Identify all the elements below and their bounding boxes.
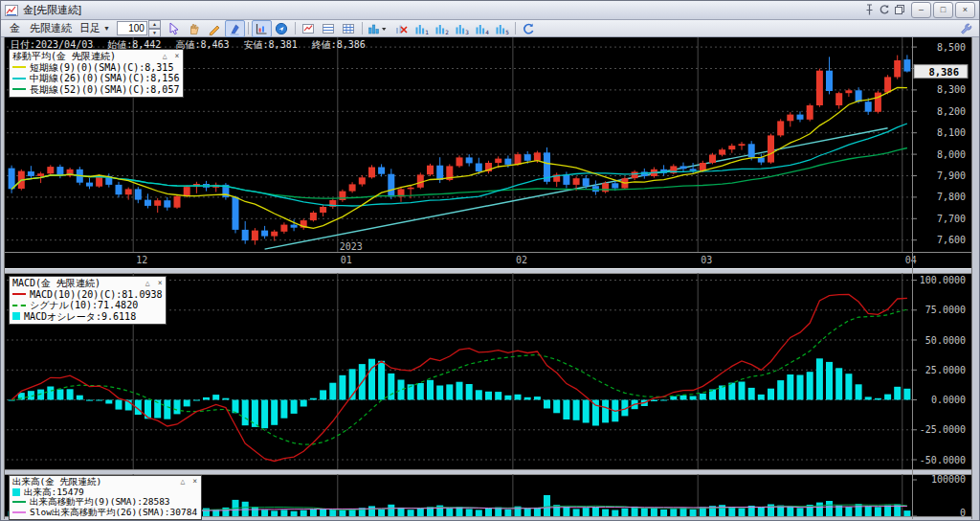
ma-legend: 移動平均(金 先限連続) △ × 短期線(9)(0)(SMA)(C):8,315…: [9, 49, 184, 98]
svg-text:8,000: 8,000: [937, 149, 966, 160]
info-close: 終値:8,386: [312, 39, 366, 50]
new-chart-panel-icon[interactable]: [299, 20, 319, 37]
macd-signal-swatch: [12, 305, 26, 306]
toolbar-separator: [295, 22, 296, 34]
volume-legend: 出来高(金 先限連続) △ × 出来高:15479 出来高移動平均(9)(SMA…: [9, 475, 202, 520]
macd-line-swatch: [12, 293, 26, 295]
info-low: 安値:8,381: [244, 39, 298, 50]
volume-ma-fast-swatch: [12, 501, 26, 503]
spin-up-icon[interactable]: ▲: [148, 20, 161, 29]
svg-text:01: 01: [341, 255, 352, 265]
cycle-icon[interactable]: [879, 2, 890, 19]
bars-count-value[interactable]: 100: [117, 21, 147, 35]
spin-down-icon[interactable]: ▼: [148, 29, 161, 37]
ma-long-swatch: [12, 88, 26, 90]
ma-long-label: 長期線(52)(0)(SMA)(C):8,057: [30, 84, 179, 96]
svg-text:7,800: 7,800: [937, 192, 966, 202]
delete-indicator-icon[interactable]: [391, 20, 412, 37]
bars-count-stepper[interactable]: 100 ▲ ▼: [117, 20, 161, 37]
minimize-button[interactable]: –: [911, 2, 931, 18]
legend-close-button[interactable]: ×: [175, 51, 180, 62]
hand-pan-icon[interactable]: [185, 20, 205, 37]
navigate-circle-icon[interactable]: [272, 20, 292, 37]
contract-label: 先限連続: [30, 21, 72, 35]
svg-text:75.0000: 75.0000: [925, 305, 966, 315]
macd-line-label: MACD(10)(20)(C):81.0938: [30, 289, 162, 301]
svg-text:100.0000: 100.0000: [920, 275, 966, 285]
ma-mid-swatch: [12, 78, 26, 79]
svg-text:8,500: 8,500: [937, 42, 966, 53]
indicator-slot-1-icon[interactable]: 1: [412, 20, 432, 37]
volume-legend-title: 出来高(金 先限連続): [12, 477, 173, 487]
symbol-label: 金: [10, 21, 20, 35]
svg-text:0.0000: 0.0000: [931, 395, 966, 405]
close-button[interactable]: ×: [955, 2, 975, 18]
svg-text:8,100: 8,100: [937, 127, 966, 138]
indicator-slot-3-icon[interactable]: 3: [452, 20, 472, 37]
crosshair-mode-icon[interactable]: [252, 20, 272, 37]
volume-ma-slow-label: Slow出来高移動平均(26)(SMA):30784: [30, 508, 197, 518]
svg-text:3: 3: [465, 29, 469, 35]
svg-text:02: 02: [516, 255, 527, 265]
svg-text:7,600: 7,600: [937, 235, 966, 245]
ma-short-swatch: [12, 66, 26, 68]
reload-icon[interactable]: [519, 20, 539, 37]
maximize-button[interactable]: □: [933, 2, 953, 18]
legend-close-button[interactable]: ×: [192, 477, 197, 487]
legend-collapse-button[interactable]: △: [163, 51, 167, 62]
svg-text:2: 2: [445, 29, 449, 35]
indicator-slot-5-icon[interactable]: 5: [492, 20, 512, 37]
wrench-settings-icon[interactable]: [955, 20, 975, 37]
chart-window: 8,5008,4008,3008,2008,1008,0007,9007,800…: [0, 0, 980, 521]
macd-osc-swatch: [12, 312, 20, 320]
svg-text:-50.0000: -50.0000: [920, 455, 966, 465]
pencil-draw-icon[interactable]: [205, 20, 225, 37]
macd-signal-label: シグナル(10):71.4820: [30, 300, 138, 311]
legend-collapse-button[interactable]: △: [181, 477, 186, 487]
histogram-menu-icon[interactable]: [366, 20, 391, 37]
toolbar-separator: [248, 22, 249, 34]
svg-text:7,900: 7,900: [937, 170, 966, 181]
toolbar-separator: [515, 22, 516, 34]
timeframe-select[interactable]: 日足 ▼: [79, 21, 110, 35]
window-chart-icon: [5, 5, 18, 16]
svg-text:100000: 100000: [931, 474, 966, 485]
chevron-down-icon: ▼: [103, 25, 110, 32]
svg-text:25.0000: 25.0000: [925, 365, 966, 375]
svg-text:2023: 2023: [340, 241, 363, 252]
grid-dense-icon[interactable]: [339, 20, 359, 37]
ma-legend-title: 移動平均(金 先限連続): [12, 51, 155, 62]
volume-ma-slow-swatch: [12, 511, 26, 513]
pin-icon[interactable]: [864, 2, 875, 19]
svg-text:04: 04: [905, 255, 917, 265]
svg-text:8,386: 8,386: [928, 66, 959, 78]
macd-osc-label: MACDオシレータ:9.6118: [24, 311, 136, 323]
select-cursor-icon[interactable]: [165, 20, 185, 37]
legend-collapse-button[interactable]: △: [145, 278, 150, 289]
svg-text:7,700: 7,700: [937, 214, 966, 224]
indicator-slot-4-icon[interactable]: 4: [472, 20, 492, 37]
macd-legend: MACD(金 先限連続) △ × MACD(10)(20)(C):81.0938…: [9, 276, 167, 325]
svg-text:-25.0000: -25.0000: [920, 424, 966, 435]
svg-text:03: 03: [701, 255, 712, 265]
svg-text:50.0000: 50.0000: [925, 335, 966, 346]
toolbar-separator: [362, 22, 363, 34]
grid-rows-icon[interactable]: [319, 20, 339, 37]
svg-text:8,200: 8,200: [937, 106, 966, 117]
macd-legend-title: MACD(金 先限連続): [12, 278, 138, 289]
marker-draw-icon[interactable]: [225, 20, 245, 37]
svg-text:12: 12: [136, 255, 147, 265]
legend-close-button[interactable]: ×: [158, 278, 163, 289]
volume-ma-fast-label: 出来高移動平均(9)(SMA):28583: [30, 497, 170, 508]
svg-text:1: 1: [425, 29, 429, 35]
toolbar: 金 先限連続 日足 ▼ 100 ▲ ▼ 1 2 3 4 5: [1, 20, 979, 37]
ma-mid-label: 中期線(26)(0)(SMA)(C):8,156: [30, 73, 179, 84]
svg-text:8,300: 8,300: [937, 84, 966, 95]
timeframe-value: 日足: [79, 21, 100, 35]
volume-swatch: [12, 488, 20, 496]
indicator-slot-2-icon[interactable]: 2: [432, 20, 452, 37]
copy-window-icon[interactable]: [894, 2, 905, 19]
titlebar: 金[先限連続] – □ ×: [1, 1, 979, 20]
window-title: 金[先限連続]: [23, 3, 864, 17]
ma-short-label: 短期線(9)(0)(SMA)(C):8,315: [30, 62, 173, 74]
